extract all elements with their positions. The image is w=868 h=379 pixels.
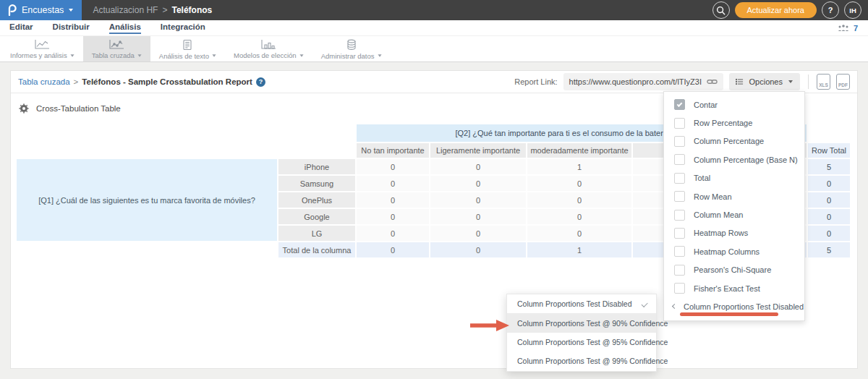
report-url[interactable]: https://www.questionpro.com/t/lTIyZ3I: [569, 77, 702, 86]
submenu-item-label: Column Proportions Test @ 90% Confidence: [517, 319, 668, 328]
export-xls-button[interactable]: XLS: [817, 74, 830, 90]
submenu-item-label: Column Proportions Test @ 99% Confidence: [517, 357, 668, 365]
corner-cell: [17, 242, 277, 257]
breadcrumb-tabla-cruzada-link[interactable]: Tabla cruzada: [18, 77, 70, 86]
checkbox-icon[interactable]: [674, 265, 685, 276]
column-proportions-submenu-trigger[interactable]: Column Proportions Test Disabled: [664, 297, 804, 315]
tab-distribuir[interactable]: Distribuir: [53, 22, 90, 34]
product-name: Encuestas: [22, 5, 64, 15]
options-menu-item-label: Fisher's Exact Test: [694, 284, 760, 293]
row-total-cell: 0: [808, 192, 850, 208]
tab-editar[interactable]: Editar: [9, 22, 33, 34]
corner-cell: [808, 124, 850, 142]
chevron-down-icon: [212, 54, 216, 56]
toolbar-label: Informes y análisis: [10, 51, 67, 59]
product-switcher[interactable]: Encuestas: [0, 0, 82, 20]
data-cell: 0: [527, 226, 631, 241]
search-button[interactable]: [712, 1, 730, 19]
checkbox-icon[interactable]: [674, 173, 685, 184]
gear-icon[interactable]: [18, 103, 30, 114]
options-menu-item[interactable]: Heatmap Rows: [664, 224, 804, 242]
data-cell: 1: [527, 159, 631, 174]
main-nav: Editar Distribuir Análisis Integración 7: [0, 20, 868, 35]
row-label: LG: [278, 226, 355, 241]
options-menu-item[interactable]: Heatmap Columns: [664, 242, 804, 260]
checkbox-checked-icon[interactable]: [674, 99, 685, 110]
toolbar-modelos-de-eleccion[interactable]: Modelos de elección: [225, 36, 312, 61]
report-url-field[interactable]: https://www.questionpro.com/t/lTIyZ3I: [563, 73, 723, 90]
toolbar-label: Tabla cruzada: [92, 51, 135, 59]
avatar[interactable]: IH: [844, 1, 861, 19]
pdf-icon: PDF: [837, 82, 849, 88]
list-icon: [736, 78, 744, 85]
toolbar-tabla-cruzada[interactable]: Tabla cruzada: [83, 36, 150, 61]
submenu-item[interactable]: Column Proportions Test @ 99% Confidence: [507, 352, 656, 370]
options-menu-item[interactable]: Column Mean: [664, 205, 804, 223]
options-button[interactable]: Opciones: [729, 73, 800, 90]
toolbar-informes-y-analisis[interactable]: Informes y análisis: [1, 36, 83, 61]
help-button[interactable]: ?: [822, 1, 839, 19]
checkbox-icon[interactable]: [674, 191, 685, 202]
toolbar-label: Administrar datos: [321, 52, 375, 60]
data-cell: 0: [357, 159, 429, 174]
options-menu-item[interactable]: Row Percentage: [664, 114, 804, 132]
options-menu-item[interactable]: Row Mean: [664, 187, 804, 205]
options-menu-item[interactable]: Pearson's Chi-Square: [664, 261, 804, 279]
submenu-item[interactable]: Column Proportions Test @ 95% Confidence: [507, 333, 656, 352]
report-title: Teléfonos - Sample Crosstabulation Repor…: [82, 77, 252, 86]
data-cell: 0: [357, 226, 429, 241]
submenu-item-label: Column Proportions Test @ 95% Confidence: [517, 338, 668, 346]
q1-question-cell: [Q1] ¿Cuál de las siguientes es tu marca…: [17, 159, 277, 241]
tab-integracion[interactable]: Integración: [161, 22, 205, 34]
chevron-down-icon: [299, 54, 303, 56]
link-icon[interactable]: [707, 77, 718, 86]
breadcrumb-separator: >: [74, 77, 79, 86]
submenu-item-label: Column Proportions Test Disabled: [517, 299, 632, 308]
submenu-item[interactable]: Column Proportions Test Disabled: [507, 294, 656, 313]
text-document-icon: [182, 39, 193, 51]
row-label: iPhone: [278, 159, 355, 174]
checkbox-icon[interactable]: [674, 228, 685, 239]
survey-breadcrumb: Actualizacion HF > Teléfonos: [93, 5, 212, 15]
tab-analisis[interactable]: Análisis: [109, 22, 141, 34]
options-menu-item-label: Column Percentage (Base N): [694, 156, 798, 164]
header-actions: Actualizar ahora ? IH: [712, 1, 868, 19]
toolbar-analisis-de-texto[interactable]: Análisis de texto: [150, 36, 225, 61]
report-header: Tabla cruzada > Teléfonos - Sample Cross…: [11, 71, 857, 93]
database-icon: [346, 39, 357, 51]
options-menu-item[interactable]: Total: [664, 169, 804, 187]
options-menu-item-label: Contar: [694, 101, 718, 109]
column-proportions-submenu: Column Proportions Test DisabledColumn P…: [506, 294, 657, 372]
options-menu-item[interactable]: Column Percentage: [664, 132, 804, 150]
update-now-button[interactable]: Actualizar ahora: [735, 2, 817, 18]
responses-count[interactable]: 7: [854, 24, 858, 33]
red-underline-annotation: [680, 312, 778, 316]
check-icon: [642, 301, 648, 307]
options-menu-item-label: Heatmap Rows: [694, 229, 748, 237]
total-row-label: Total de la columna: [278, 242, 355, 257]
options-menu-item[interactable]: Fisher's Exact Test: [664, 279, 804, 297]
options-dropdown-menu: ContarRow PercentageColumn PercentageCol…: [663, 91, 805, 321]
checkbox-icon[interactable]: [674, 283, 685, 294]
toolbar-label: Análisis de texto: [159, 52, 209, 60]
options-menu-item[interactable]: Column Percentage (Base N): [664, 150, 804, 169]
checkbox-icon[interactable]: [674, 136, 685, 147]
options-button-label: Opciones: [749, 77, 783, 86]
corner-cell: [17, 143, 355, 158]
data-cell: 0: [357, 192, 429, 208]
scatter-chart-icon: [109, 39, 124, 50]
data-cell: 0: [527, 192, 631, 208]
row-label: Google: [278, 209, 355, 224]
checkbox-icon[interactable]: [674, 210, 685, 221]
checkbox-icon[interactable]: [674, 118, 685, 129]
breadcrumb-folder[interactable]: Actualizacion HF: [93, 5, 158, 15]
help-circle-icon[interactable]: ?: [256, 77, 265, 87]
toolbar-administrar-datos[interactable]: Administrar datos: [312, 36, 391, 61]
submenu-item[interactable]: Column Proportions Test @ 90% Confidence: [507, 313, 656, 332]
row-total-cell: 0: [808, 209, 850, 224]
export-pdf-button[interactable]: PDF: [836, 74, 850, 90]
data-cell: 0: [430, 176, 526, 191]
checkbox-icon[interactable]: [674, 246, 685, 257]
options-menu-item[interactable]: Contar: [664, 95, 804, 114]
checkbox-icon[interactable]: [674, 154, 685, 165]
